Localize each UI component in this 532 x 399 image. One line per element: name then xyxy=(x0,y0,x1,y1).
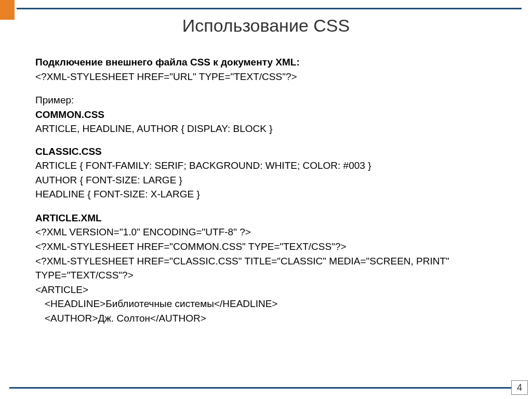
article-line-3: <?xml-stylesheet href="classic.css" titl… xyxy=(35,254,501,283)
classic-rule-2: author { font-size: large } xyxy=(35,173,501,188)
article-block: article.xml <?xml version="1.0" encoding… xyxy=(35,211,501,325)
page-number: 4 xyxy=(511,380,528,395)
common-rule: article, headline, author { display: blo… xyxy=(35,122,501,136)
intro-heading: Подключение внешнего файла CSS к докумен… xyxy=(35,55,501,70)
article-line-2: <?xml-stylesheet href="common.css" type=… xyxy=(35,240,501,254)
article-line-6: <author>Дж. Солтон</author> xyxy=(35,311,501,326)
bottom-divider xyxy=(9,387,511,389)
classic-rule-3: headline { font-size: x-large } xyxy=(35,187,501,202)
common-block: Пример: common.css article, headline, au… xyxy=(35,93,501,136)
example-label: Пример: xyxy=(35,93,501,108)
common-filename: common.css xyxy=(35,108,501,122)
slide-content: Подключение внешнего файла CSS к докумен… xyxy=(35,55,501,325)
intro-block: Подключение внешнего файла CSS к докумен… xyxy=(35,55,501,84)
article-filename: article.xml xyxy=(35,211,501,225)
author-text: Дж. Солтон xyxy=(98,313,150,324)
slide: Использование CSS Подключение внешнего ф… xyxy=(0,0,532,399)
top-divider xyxy=(17,8,522,9)
headline-open-tag: <headline> xyxy=(45,298,105,309)
headline-text: Библиотечные системы xyxy=(105,298,214,309)
article-line-1: <?xml version="1.0" encoding="UTF-8" ?> xyxy=(35,225,501,240)
article-line-4: <article> xyxy=(35,283,501,297)
intro-pi: <?xml-stylesheet href="URL" type="text/c… xyxy=(35,70,501,84)
author-open-tag: <author> xyxy=(45,313,98,324)
classic-filename: classic.css xyxy=(35,144,501,159)
article-line-5: <headline>Библиотечные системы</headline… xyxy=(35,297,501,311)
classic-block: classic.css article { font-family: serif… xyxy=(35,144,501,202)
headline-close-tag: </headline> xyxy=(214,298,278,309)
classic-rule-1: article { font-family: serif; background… xyxy=(35,158,501,173)
author-close-tag: </author> xyxy=(150,313,206,324)
slide-title: Использование CSS xyxy=(0,16,532,36)
